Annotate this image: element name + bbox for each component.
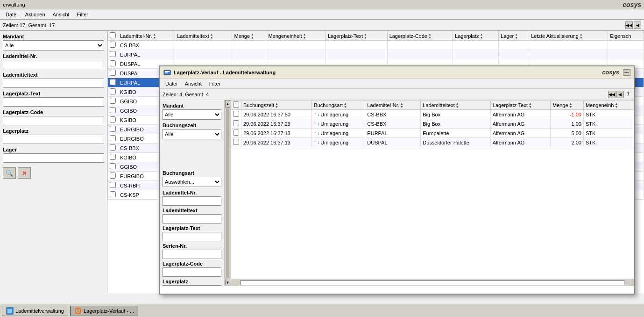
vscroll-down[interactable]: ▼ (225, 279, 230, 286)
nav-prev[interactable]: ◀ (634, 22, 641, 29)
sort-up6[interactable]: ▲ (428, 33, 432, 36)
hscroll-track[interactable] (240, 281, 625, 285)
sort-down3[interactable]: ▼ (251, 36, 254, 39)
vscroll-up[interactable]: ▲ (225, 100, 230, 108)
mandant-select[interactable]: Alle (3, 40, 104, 50)
dialog-menu-ansicht[interactable]: Ansicht (181, 80, 205, 87)
dsort-up3[interactable]: ▲ (400, 102, 403, 105)
sort-up3[interactable]: ▲ (251, 33, 254, 36)
filter-actions: 🔍 ✕ (3, 167, 104, 179)
sort-down[interactable]: ▼ (153, 36, 156, 39)
row-checkbox[interactable] (110, 88, 116, 94)
dsort-up5[interactable]: ▲ (529, 102, 532, 105)
row-checkbox[interactable] (110, 182, 116, 188)
row-checkbox[interactable] (110, 191, 116, 197)
taskbar-label-1: Lademittelverwaltung (15, 308, 64, 314)
nav-first[interactable]: ◀◀ (625, 22, 633, 29)
cell-mengeneinheit: STK (583, 110, 634, 119)
dsort-dn7[interactable]: ▼ (615, 105, 618, 108)
dsort-up6[interactable]: ▲ (569, 102, 573, 105)
dialog-menu-datei[interactable]: Datei (162, 80, 181, 87)
dialog-serien-nr-input[interactable] (163, 250, 221, 259)
dsort-up4[interactable]: ▲ (456, 102, 459, 105)
row-checkbox[interactable] (110, 163, 116, 169)
sort-up[interactable]: ▲ (153, 33, 156, 36)
dialog-lagerplatz-input[interactable] (163, 285, 221, 286)
dialog-hscroll[interactable] (231, 279, 634, 286)
sort-up5[interactable]: ▲ (364, 33, 367, 36)
filter-clear-button[interactable]: ✕ (18, 167, 31, 179)
dsort-dn6[interactable]: ▼ (569, 105, 573, 108)
dialog-buchungsart-select[interactable]: Auswählen... (163, 177, 221, 187)
cell-lademitteltext: Düsseldorfer Palette (421, 138, 491, 147)
sort-down5[interactable]: ▼ (364, 36, 367, 39)
filter-search-button[interactable]: 🔍 (3, 167, 16, 179)
sort-down9[interactable]: ▼ (580, 36, 583, 39)
row-checkbox[interactable] (110, 42, 116, 48)
row-checkbox[interactable] (110, 107, 116, 113)
dialog-select-all[interactable] (233, 101, 239, 108)
taskbar-btn-lagerplatz-verlauf[interactable]: Lagerplatz-Verlauf - ... (70, 306, 138, 316)
dialog-menu-filter[interactable]: Filter (205, 80, 224, 87)
menu-filter[interactable]: Filter (73, 11, 92, 18)
dialog-lademitteltext-input[interactable] (163, 214, 221, 223)
menu-ansicht[interactable]: Ansicht (49, 11, 73, 18)
dsort-dn3[interactable]: ▼ (400, 105, 403, 108)
sort-down8[interactable]: ▼ (515, 36, 518, 39)
dsort-up7[interactable]: ▲ (615, 102, 618, 105)
dsort-up2[interactable]: ▲ (344, 102, 347, 105)
vscroll-thumb[interactable] (226, 108, 229, 278)
menu-datei[interactable]: Datei (2, 11, 21, 18)
dsort-dn5[interactable]: ▼ (529, 105, 532, 108)
dialog-lagerplatz-code-input[interactable] (163, 267, 221, 277)
dsort-dn4[interactable]: ▼ (456, 105, 459, 108)
row-checkbox[interactable] (110, 98, 116, 104)
dialog-row-checkbox[interactable] (233, 139, 239, 145)
bg-table-row: CS-BBX (108, 41, 644, 50)
sort-down4[interactable]: ▼ (303, 36, 306, 39)
dialog-filter-vscroll[interactable]: ▲ ▼ (225, 100, 230, 286)
dialog-toolbar: Zeilen: 4, Gesamt: 4 ◀◀ ◀ 1 (160, 89, 634, 100)
lademitteltext-input[interactable] (3, 79, 104, 88)
select-all-checkbox[interactable] (110, 32, 116, 38)
dialog-lagerplatz-text-input[interactable] (163, 232, 221, 241)
row-checkbox[interactable] (110, 51, 116, 57)
sort-down6[interactable]: ▼ (428, 36, 432, 39)
dialog-minimize-button[interactable]: — (623, 69, 630, 76)
lagerplatz-code-input[interactable] (3, 116, 104, 125)
row-checkbox[interactable] (110, 173, 116, 179)
row-checkbox[interactable] (110, 154, 116, 160)
row-checkbox[interactable] (110, 70, 116, 76)
row-checkbox[interactable] (110, 135, 116, 141)
dialog-mandant-select[interactable]: Alle (163, 109, 221, 120)
row-checkbox[interactable] (110, 126, 116, 132)
sort-up8[interactable]: ▲ (515, 33, 518, 36)
dialog-row-checkbox[interactable] (233, 120, 239, 126)
dsort-up1[interactable]: ▲ (275, 102, 278, 105)
sort-up7[interactable]: ▲ (480, 33, 483, 36)
dialog-row-checkbox[interactable] (233, 111, 239, 117)
row-checkbox[interactable] (110, 144, 116, 151)
sort-up4[interactable]: ▲ (303, 33, 306, 36)
lager-input[interactable] (3, 153, 104, 163)
dialog-nav-first[interactable]: ◀◀ (608, 91, 616, 98)
dialog-nav-prev[interactable]: ◀ (616, 91, 624, 98)
dialog-lademittel-nr-input[interactable] (163, 196, 221, 206)
row-checkbox[interactable] (110, 79, 116, 85)
menu-aktionen[interactable]: Aktionen (21, 11, 49, 18)
dialog-buchungszeit-select[interactable]: Alle (163, 129, 221, 139)
lagerplatz-text-input[interactable] (3, 97, 104, 107)
lademittel-nr-input[interactable] (3, 60, 104, 69)
sort-up2[interactable]: ▲ (210, 33, 213, 36)
cell-lagerplatz-text: Alfermann AG (490, 129, 550, 138)
lagerplatz-input[interactable] (3, 135, 104, 144)
sort-down2[interactable]: ▼ (210, 36, 213, 39)
row-checkbox[interactable] (110, 116, 116, 122)
row-checkbox[interactable] (110, 60, 116, 66)
sort-down7[interactable]: ▼ (480, 36, 483, 39)
sort-up9[interactable]: ▲ (580, 33, 583, 36)
taskbar-btn-lademittelverwaltung[interactable]: Lademittelverwaltung (2, 306, 68, 316)
dsort-dn1[interactable]: ▼ (275, 105, 278, 108)
dsort-dn2[interactable]: ▼ (344, 105, 347, 108)
dialog-row-checkbox[interactable] (233, 130, 239, 136)
